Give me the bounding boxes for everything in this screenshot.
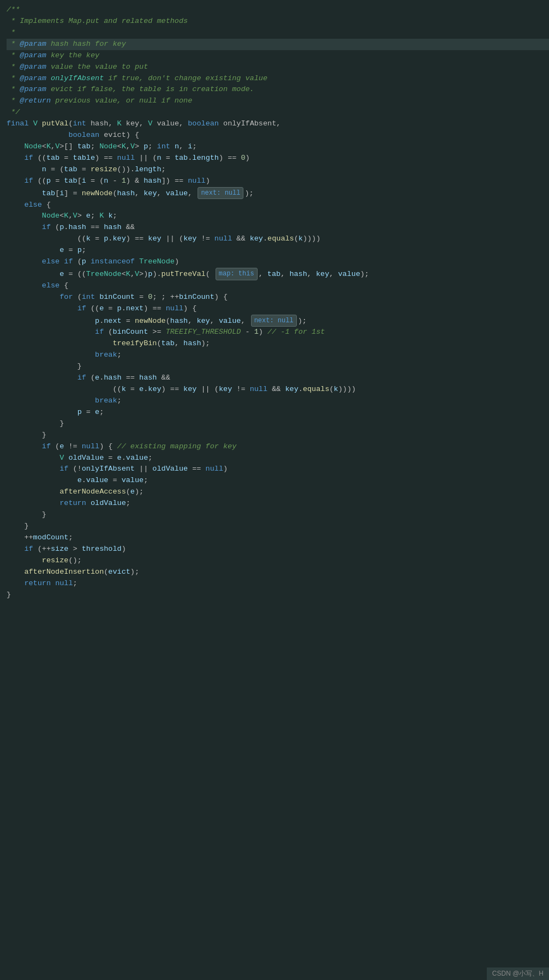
bottom-bar: CSDN @小写、H xyxy=(487,967,549,980)
line-2: * Implements Map.put and related methods xyxy=(7,16,549,27)
line-12: boolean evict) { xyxy=(7,130,549,141)
line-13: Node<K,V>[] tab; Node<K,V> p; int n, i; xyxy=(7,141,549,153)
code-editor: /** * Implements Map.put and related met… xyxy=(0,0,549,980)
line-23: else if (p instanceof TreeNode) xyxy=(7,256,549,268)
line-44: return oldValue; xyxy=(7,498,549,509)
line-10: */ xyxy=(7,107,549,118)
line-33: if (e.hash == hash && xyxy=(7,372,549,384)
line-32: } xyxy=(7,361,549,372)
line-17: tab[i] = newNode(hash, key, value, next:… xyxy=(7,187,549,200)
line-40: V oldValue = e.value; xyxy=(7,453,549,464)
line-28: p.next = newNode(hash, key, value, next:… xyxy=(7,315,549,327)
line-3: * xyxy=(7,27,549,39)
line-29: if (binCount >= TREEIFY_THRESHOLD - 1) /… xyxy=(7,327,549,338)
line-25: else { xyxy=(7,280,549,292)
line-50: afterNodeInsertion(evict); xyxy=(7,567,549,578)
line-34: ((k = e.key) == key || (key != null && k… xyxy=(7,384,549,395)
line-52: } xyxy=(7,590,549,601)
line-5: * @param key the key xyxy=(7,50,549,62)
line-48: if (++size > threshold) xyxy=(7,544,549,555)
line-46: } xyxy=(7,521,549,532)
line-1: /** xyxy=(7,4,549,16)
line-35: break; xyxy=(7,395,549,407)
line-18: else { xyxy=(7,200,549,211)
line-7: * @param onlyIfAbsent if true, don't cha… xyxy=(7,73,549,85)
line-15: n = (tab = resize()).length; xyxy=(7,164,549,176)
bottom-bar-text: CSDN @小写、H xyxy=(492,970,544,977)
line-49: resize(); xyxy=(7,555,549,567)
line-6: * @param value the value to put xyxy=(7,62,549,73)
line-45: } xyxy=(7,509,549,521)
line-8: * @param evict if false, the table is in… xyxy=(7,84,549,95)
line-30: treeifyBin(tab, hash); xyxy=(7,338,549,350)
line-21: ((k = p.key) == key || (key != null && k… xyxy=(7,233,549,245)
line-11: final V putVal(int hash, K key, V value,… xyxy=(7,118,549,130)
line-26: for (int binCount = 0; ; ++binCount) { xyxy=(7,292,549,303)
line-41: if (!onlyIfAbsent || oldValue == null) xyxy=(7,464,549,475)
line-14: if ((tab = table) == null || (n = tab.le… xyxy=(7,153,549,164)
line-19: Node<K,V> e; K k; xyxy=(7,211,549,222)
line-39: if (e != null) { // existing mapping for… xyxy=(7,441,549,453)
line-20: if (p.hash == hash && xyxy=(7,222,549,233)
line-31: break; xyxy=(7,350,549,361)
line-43: afterNodeAccess(e); xyxy=(7,486,549,498)
line-22: e = p; xyxy=(7,245,549,256)
line-16: if ((p = tab[i = (n - 1) & hash]) == nul… xyxy=(7,176,549,187)
line-37: } xyxy=(7,418,549,430)
line-24: e = ((TreeNode<K,V>)p).putTreeVal( map: … xyxy=(7,268,549,280)
line-51: return null; xyxy=(7,578,549,590)
line-38: } xyxy=(7,430,549,441)
line-9: * @return previous value, or null if non… xyxy=(7,95,549,107)
line-42: e.value = value; xyxy=(7,475,549,486)
line-47: ++modCount; xyxy=(7,532,549,544)
line-27: if ((e = p.next) == null) { xyxy=(7,303,549,315)
line-4: * @param hash hash for key xyxy=(7,39,549,50)
line-36: p = e; xyxy=(7,407,549,418)
